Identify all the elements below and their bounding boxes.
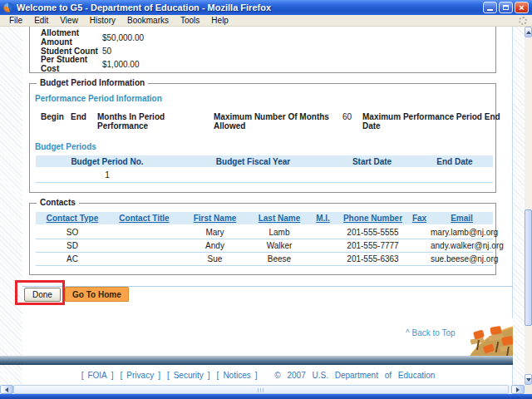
contacts-header-link[interactable]: M.I. [316, 214, 330, 223]
back-to-top-link[interactable]: ^ Back to Top [406, 328, 456, 337]
bracket: [ [81, 371, 84, 380]
scrollbar-grip-icon [258, 388, 264, 392]
table-cell [109, 239, 180, 252]
contacts-column-header: Email [431, 212, 493, 225]
contacts-table: Contact TypeContact TitleFirst NameLast … [36, 212, 493, 266]
table-cell: SO [36, 225, 109, 239]
field-label: Per Student Cost [41, 55, 102, 73]
contacts-column-header: Last Name [250, 212, 308, 225]
table-cell: andy.walker@nj.org [431, 239, 493, 252]
table-cell: Beese [250, 252, 308, 265]
page-viewport: Allotment Amount$50,000.00Student Count5… [0, 27, 525, 385]
max-months-label: Maximum Number Of Months Allowed [214, 112, 334, 131]
scroll-down-button[interactable] [525, 374, 532, 385]
bracket: ] [111, 371, 114, 380]
contacts-legend: Contacts [37, 198, 79, 207]
menu-file[interactable]: File [3, 16, 28, 25]
bracket: ] [208, 371, 210, 380]
contacts-header-link[interactable]: Contact Title [119, 214, 169, 223]
menu-bookmarks[interactable]: Bookmarks [121, 16, 175, 25]
contacts-header-link[interactable]: Fax [412, 214, 426, 223]
restore-icon [503, 5, 509, 10]
footer: [FOIA][Privacy][Security][Notices] © 200… [0, 371, 513, 380]
footer-link-notices[interactable]: Notices [223, 371, 250, 380]
right-arrow-icon [516, 387, 520, 392]
contacts-column-header: M.I. [308, 212, 337, 225]
budget-column-header: Budget Period No. [36, 155, 179, 168]
table-cell [308, 252, 337, 265]
footer-link-group: [FOIA] [81, 371, 114, 380]
bracket: ] [255, 371, 258, 380]
table-cell: Sue [180, 252, 250, 265]
contacts-header-link[interactable]: Last Name [259, 214, 301, 223]
contacts-column-header: Phone Number [337, 212, 408, 225]
scroll-right-button[interactable] [511, 385, 525, 394]
table-cell [308, 225, 337, 239]
table-cell: 201-555-5555 [337, 225, 408, 239]
up-arrow-icon [526, 31, 531, 34]
contacts-column-header: Contact Type [36, 212, 109, 225]
window-controls: × [483, 2, 529, 13]
contact-row: SOMaryLamb201-555-5555mary.lamb@nj.org [36, 225, 493, 239]
budget-column-header: Budget Fiscal Year [179, 155, 328, 168]
contacts-column-header: Contact Title [109, 212, 180, 225]
metal-divider-bar [0, 356, 513, 365]
bracket: ] [158, 371, 160, 380]
scroll-up-button[interactable] [525, 27, 532, 37]
throbber-icon [519, 17, 527, 25]
go-to-home-button[interactable]: Go To Home [65, 287, 129, 302]
firefox-icon [3, 2, 13, 12]
footer-link-group: [Notices] [217, 371, 258, 380]
menu-history[interactable]: History [84, 16, 121, 25]
contacts-header-link[interactable]: Contact Type [47, 214, 99, 223]
table-cell: Mary [180, 225, 250, 239]
contacts-header-link[interactable]: Phone Number [343, 214, 402, 223]
max-months-value: 60 [342, 112, 359, 131]
vertical-scrollbar[interactable] [525, 27, 532, 385]
menu-view[interactable]: View [54, 16, 84, 25]
budget-column-header: End Date [416, 155, 493, 168]
vertical-scrollbar-thumb[interactable] [525, 209, 532, 326]
months-in-period-label: Months In Period Performance [97, 112, 189, 131]
performance-period-heading: Performance Period Information [35, 94, 162, 103]
contacts-column-header: First Name [180, 212, 250, 225]
left-arrow-icon [5, 387, 8, 392]
budget-periods-table: Budget Period No.Budget Fiscal YearStart… [36, 155, 493, 183]
table-cell [109, 252, 180, 265]
scroll-left-button[interactable] [0, 385, 13, 394]
contacts-header-link[interactable]: First Name [194, 214, 237, 223]
horizontal-scrollbar[interactable] [0, 385, 525, 394]
table-cell: sue.beese@nj.org [431, 252, 493, 265]
done-button[interactable]: Done [24, 288, 61, 302]
max-end-date-label: Maximum Performance Period End Date [362, 112, 508, 131]
begin-label: Begin [41, 112, 71, 131]
minimize-button[interactable] [483, 2, 497, 13]
bracket: [ [121, 371, 123, 380]
footer-links: [FOIA][Privacy][Security][Notices] [78, 371, 261, 380]
menu-bar: FileEditViewHistoryBookmarksToolsHelp [0, 15, 532, 27]
contacts-header-row: Contact TypeContact TitleFirst NameLast … [36, 212, 493, 225]
menu-tools[interactable]: Tools [175, 16, 205, 25]
window-title: Welcome to G5 - Department of Education … [17, 2, 483, 12]
footer-link-foia[interactable]: FOIA [87, 371, 106, 380]
contacts-column-header: Fax [408, 212, 431, 225]
restore-button[interactable] [499, 2, 513, 13]
bracket: [ [217, 371, 219, 380]
table-cell: 1 [36, 168, 179, 182]
table-cell: 201-555-7777 [337, 239, 408, 252]
title-bar: Welcome to G5 - Department of Education … [0, 0, 532, 15]
table-cell: Lamb [250, 225, 308, 239]
horizontal-scrollbar-thumb[interactable] [13, 385, 509, 394]
field-value: $50,000.00 [102, 33, 144, 42]
footer-link-group: [Privacy] [121, 371, 160, 380]
close-button[interactable]: × [515, 2, 529, 13]
performance-period-row: Begin End Months In Period Performance M… [41, 112, 508, 131]
menu-edit[interactable]: Edit [28, 16, 54, 25]
contacts-header-link[interactable]: Email [451, 214, 473, 223]
field-value: 50 [102, 47, 111, 56]
footer-link-security[interactable]: Security [174, 371, 204, 380]
field-value: $1,000.00 [102, 60, 140, 69]
table-cell [179, 168, 328, 182]
menu-help[interactable]: Help [205, 16, 234, 25]
footer-link-privacy[interactable]: Privacy [126, 371, 154, 380]
